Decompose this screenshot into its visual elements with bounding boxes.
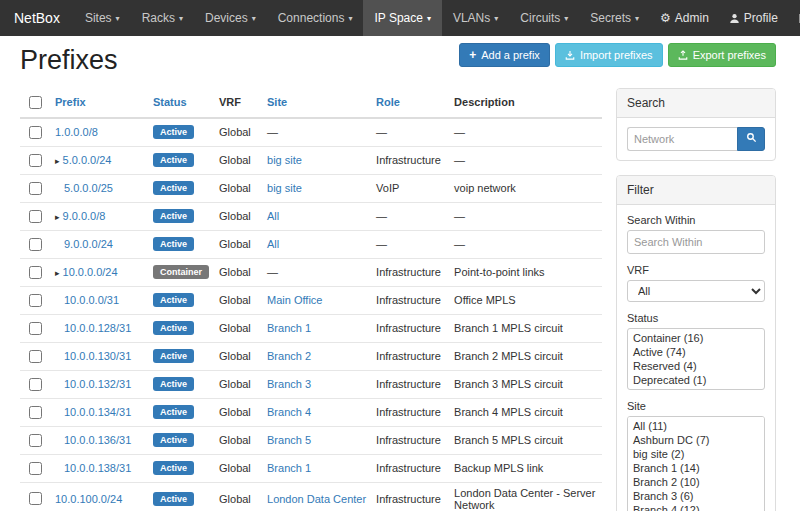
- admin-link[interactable]: ⚙ Admin: [650, 0, 719, 36]
- user-icon: [729, 13, 740, 24]
- site-option[interactable]: Branch 3 (6): [630, 489, 762, 503]
- prefix-link[interactable]: 10.0.0.134/31: [64, 406, 131, 418]
- row-checkbox-cell: [20, 202, 50, 230]
- site-link[interactable]: big site: [267, 182, 302, 194]
- description-cell: Branch 4 MPLS circuit: [449, 398, 602, 426]
- site-link[interactable]: Branch 1: [267, 322, 311, 334]
- status-cell: Active: [148, 454, 214, 482]
- role-cell: Infrastructure: [371, 482, 449, 511]
- nav-item-racks[interactable]: Racks▾: [131, 0, 194, 36]
- row-checkbox[interactable]: [29, 294, 42, 307]
- vrf-select[interactable]: All: [627, 280, 765, 302]
- column-sort-link[interactable]: Site: [267, 96, 287, 108]
- import-prefixes-button[interactable]: Import prefixes: [555, 43, 663, 67]
- table-row: 10.0.0.128/31ActiveGlobalBranch 1Infrast…: [20, 314, 602, 342]
- nav-item-vlans[interactable]: VLANs▾: [442, 0, 509, 36]
- site-option[interactable]: All (11): [630, 419, 762, 433]
- prefix-link[interactable]: 10.0.0.0/31: [64, 294, 119, 306]
- search-input[interactable]: [627, 127, 737, 151]
- nav-item-connections[interactable]: Connections▾: [267, 0, 364, 36]
- role-cell: Infrastructure: [371, 454, 449, 482]
- vrf-cell: Global: [214, 454, 262, 482]
- prefix-link[interactable]: 10.0.0.136/31: [64, 434, 131, 446]
- status-cell: Container: [148, 258, 214, 286]
- prefix-link[interactable]: 10.0.0.0/24: [63, 266, 118, 278]
- site-link[interactable]: All: [267, 210, 279, 222]
- nav-item-circuits[interactable]: Circuits▾: [509, 0, 579, 36]
- profile-link[interactable]: Profile: [719, 0, 788, 36]
- site-option[interactable]: Branch 2 (10): [630, 475, 762, 489]
- site-link[interactable]: Main Office: [267, 294, 322, 306]
- prefix-link[interactable]: 10.0.0.132/31: [64, 378, 131, 390]
- prefix-link[interactable]: 5.0.0.0/25: [64, 182, 113, 194]
- search-within-input[interactable]: [627, 230, 765, 254]
- vrf-cell: Global: [214, 398, 262, 426]
- row-checkbox[interactable]: [29, 350, 42, 363]
- table-row: 1.0.0.0/8ActiveGlobal———: [20, 118, 602, 147]
- status-option[interactable]: Deprecated (1): [630, 373, 762, 387]
- row-checkbox[interactable]: [29, 182, 42, 195]
- row-checkbox[interactable]: [29, 238, 42, 251]
- site-link[interactable]: Branch 2: [267, 350, 311, 362]
- site-link[interactable]: London Data Center: [267, 493, 366, 505]
- prefix-link[interactable]: 9.0.0.0/24: [64, 238, 113, 250]
- role-cell: Infrastructure: [371, 258, 449, 286]
- prefix-link[interactable]: 1.0.0.0/8: [55, 126, 98, 138]
- search-button[interactable]: [737, 127, 765, 151]
- prefix-link[interactable]: 10.0.0.130/31: [64, 350, 131, 362]
- select-all-checkbox[interactable]: [29, 96, 42, 109]
- prefix-link[interactable]: 10.0.0.128/31: [64, 322, 131, 334]
- row-checkbox[interactable]: [29, 126, 42, 139]
- status-multiselect[interactable]: Container (16)Active (74)Reserved (4)Dep…: [627, 328, 765, 390]
- site-option[interactable]: Ashburn DC (7): [630, 433, 762, 447]
- expand-arrow-icon[interactable]: ▸: [55, 212, 60, 222]
- row-checkbox[interactable]: [29, 434, 42, 447]
- site-multiselect[interactable]: All (11)Ashburn DC (7)big site (2)Branch…: [627, 416, 765, 511]
- site-link[interactable]: Branch 5: [267, 434, 311, 446]
- row-checkbox[interactable]: [29, 322, 42, 335]
- site-link[interactable]: Branch 3: [267, 378, 311, 390]
- prefix-link[interactable]: 5.0.0.0/24: [63, 154, 112, 166]
- nav-item-devices[interactable]: Devices▾: [194, 0, 267, 36]
- row-checkbox[interactable]: [29, 462, 42, 475]
- brand-logo[interactable]: NetBox: [0, 0, 74, 36]
- expand-arrow-icon[interactable]: ▸: [55, 268, 60, 278]
- row-checkbox-cell: [20, 230, 50, 258]
- column-sort-link[interactable]: Role: [376, 96, 400, 108]
- admin-label: Admin: [675, 11, 709, 25]
- prefix-cell: 1.0.0.0/8: [50, 118, 148, 147]
- row-checkbox[interactable]: [29, 406, 42, 419]
- status-option[interactable]: Container (16): [630, 331, 762, 345]
- prefix-link[interactable]: 9.0.0.0/8: [63, 210, 106, 222]
- column-sort-link[interactable]: Prefix: [55, 96, 86, 108]
- row-checkbox[interactable]: [29, 378, 42, 391]
- column-sort-link[interactable]: Status: [153, 96, 187, 108]
- chevron-down-icon: ▾: [564, 14, 568, 23]
- table-row: ▸9.0.0.0/8ActiveGlobalAll——: [20, 202, 602, 230]
- site-option[interactable]: Branch 1 (14): [630, 461, 762, 475]
- logout-link[interactable]: Log out: [788, 0, 800, 36]
- site-link[interactable]: Branch 4: [267, 406, 311, 418]
- site-link[interactable]: big site: [267, 154, 302, 166]
- export-prefixes-button[interactable]: Export prefixes: [668, 43, 776, 67]
- prefix-link[interactable]: 10.0.100.0/24: [55, 493, 122, 505]
- nav-item-ip-space[interactable]: IP Space▾: [363, 0, 442, 36]
- prefix-cell: ▸9.0.0.0/8: [50, 202, 148, 230]
- status-option[interactable]: Reserved (4): [630, 359, 762, 373]
- site-link[interactable]: Branch 1: [267, 462, 311, 474]
- site-option[interactable]: Branch 4 (12): [630, 503, 762, 511]
- row-checkbox[interactable]: [29, 492, 42, 505]
- add-prefix-button[interactable]: + Add a prefix: [459, 43, 550, 67]
- site-link[interactable]: All: [267, 238, 279, 250]
- status-option[interactable]: Active (74): [630, 345, 762, 359]
- row-checkbox[interactable]: [29, 210, 42, 223]
- site-option[interactable]: big site (2): [630, 447, 762, 461]
- nav-item-secrets[interactable]: Secrets▾: [579, 0, 650, 36]
- expand-arrow-icon[interactable]: ▸: [55, 156, 60, 166]
- nav-item-sites[interactable]: Sites▾: [74, 0, 131, 36]
- prefix-link[interactable]: 10.0.0.138/31: [64, 462, 131, 474]
- row-checkbox[interactable]: [29, 266, 42, 279]
- import-icon: [565, 50, 575, 60]
- description-cell: —: [449, 146, 602, 174]
- row-checkbox[interactable]: [29, 154, 42, 167]
